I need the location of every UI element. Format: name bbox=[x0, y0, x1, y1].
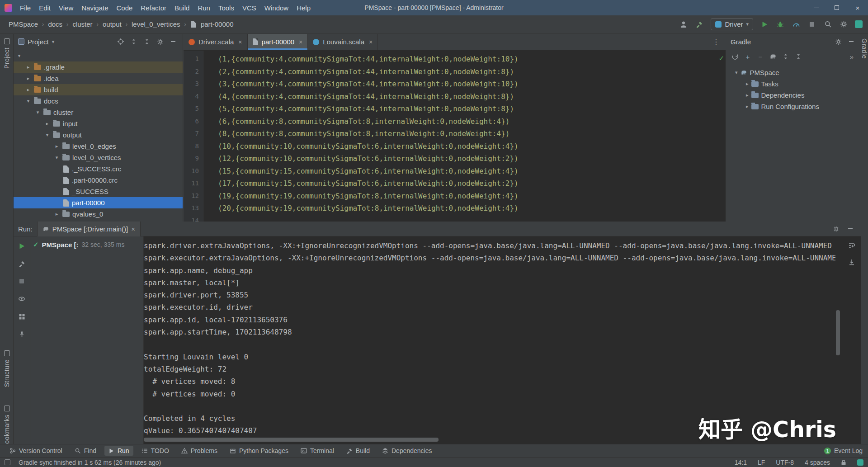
debug-button[interactable] bbox=[776, 20, 785, 29]
scroll-to-end-icon[interactable] bbox=[847, 257, 857, 267]
close-button[interactable]: × bbox=[847, 0, 868, 15]
panel-settings-icon[interactable] bbox=[833, 37, 843, 47]
stop-button[interactable] bbox=[807, 20, 816, 29]
status-message[interactable]: Gradle sync finished in 1 s 62 ms (26 mi… bbox=[19, 459, 161, 466]
breadcrumb-item[interactable]: PMSpace bbox=[7, 19, 39, 29]
collapse-all-icon[interactable] bbox=[142, 37, 152, 47]
detach-project-icon[interactable]: − bbox=[755, 51, 766, 62]
gradle-item-pmspace[interactable]: ▾ PMSpace bbox=[726, 67, 861, 78]
run-task-icon[interactable] bbox=[768, 51, 778, 62]
tab-part-00000[interactable]: part-00000 × bbox=[248, 34, 308, 50]
breadcrumb-item[interactable]: output bbox=[101, 19, 123, 29]
chevron-double-icon[interactable]: » bbox=[846, 51, 857, 62]
soft-wrap-icon[interactable] bbox=[847, 241, 857, 250]
menu-file[interactable]: File bbox=[16, 0, 35, 15]
toolwindow-tab-version-control[interactable]: Version Control bbox=[5, 446, 66, 456]
toolwindow-switcher-icon[interactable] bbox=[5, 459, 10, 465]
project-panel-title[interactable]: Project bbox=[28, 38, 49, 46]
console-vertical-scrollbar[interactable] bbox=[836, 310, 840, 355]
locate-file-icon[interactable] bbox=[116, 37, 126, 47]
tree-item-success[interactable]: _SUCCESS bbox=[14, 186, 183, 197]
build-hammer-icon[interactable] bbox=[695, 20, 704, 29]
chevron-right-icon[interactable]: ▸ bbox=[25, 64, 31, 70]
menu-refactor[interactable]: Refactor bbox=[137, 0, 170, 15]
menu-run[interactable]: Run bbox=[193, 0, 214, 15]
tree-item-root[interactable]: ▾ bbox=[14, 50, 183, 61]
chevron-down-icon[interactable]: ▾ bbox=[35, 109, 41, 115]
chevron-right-icon[interactable]: ▸ bbox=[746, 81, 749, 87]
attach-project-icon[interactable]: + bbox=[742, 51, 753, 62]
tree-item-success-crc[interactable]: ._SUCCESS.crc bbox=[14, 163, 183, 175]
toolwindow-tab-gradle[interactable]: Gradle bbox=[858, 38, 868, 59]
expand-all-icon[interactable] bbox=[780, 51, 791, 62]
layout-grid-icon[interactable] bbox=[17, 311, 27, 321]
menu-edit[interactable]: Edit bbox=[35, 0, 55, 15]
menu-window[interactable]: Window bbox=[260, 0, 292, 15]
tree-item-level-0-vertices[interactable]: ▾ level_0_vertices bbox=[14, 152, 183, 163]
toolwindow-tab-problems[interactable]: Problems bbox=[177, 446, 222, 456]
chevron-right-icon[interactable]: ▸ bbox=[746, 92, 749, 98]
toolwindow-tab-build[interactable]: Build bbox=[342, 446, 374, 456]
hide-panel-icon[interactable] bbox=[845, 224, 855, 234]
toolwindow-tab-event-log[interactable]: 1 Event Log bbox=[824, 447, 863, 454]
menu-vcs[interactable]: VCS bbox=[238, 0, 260, 15]
file-encoding[interactable]: UTF-8 bbox=[776, 459, 794, 466]
breadcrumb-item[interactable]: level_0_vertices bbox=[130, 19, 182, 29]
chevron-down-icon[interactable]: ▾ bbox=[44, 132, 50, 138]
more-tabs-icon[interactable]: ⋮ bbox=[707, 34, 726, 50]
toolwindow-tab-project[interactable]: Project bbox=[0, 38, 14, 69]
menu-view[interactable]: View bbox=[55, 0, 77, 15]
breadcrumb-item[interactable]: docs bbox=[47, 19, 64, 29]
tree-item-build-dir[interactable]: ▸ build bbox=[14, 84, 183, 95]
chevron-down-icon[interactable]: ▾ bbox=[52, 39, 55, 45]
status-indicator-icon[interactable] bbox=[857, 459, 863, 466]
tree-item-docs[interactable]: ▾ docs bbox=[14, 95, 183, 107]
run-tab[interactable]: PMSpace [:Driver.main()] × bbox=[37, 222, 141, 236]
stop-button[interactable] bbox=[17, 276, 27, 286]
indent-setting[interactable]: 4 spaces bbox=[805, 459, 830, 466]
close-tab-icon[interactable]: × bbox=[369, 38, 373, 46]
toolwindow-tab-todo[interactable]: TODO bbox=[137, 446, 173, 456]
gradle-item-run-configurations[interactable]: ▸ Run Configurations bbox=[726, 101, 861, 112]
chevron-right-icon[interactable]: ▸ bbox=[746, 104, 749, 109]
chevron-right-icon[interactable]: ▸ bbox=[54, 143, 60, 149]
minimize-button[interactable] bbox=[806, 0, 826, 15]
collapse-all-icon[interactable] bbox=[793, 51, 804, 62]
tree-item-idea-dir[interactable]: ▸ .idea bbox=[14, 73, 183, 84]
corner-widget-icon[interactable] bbox=[855, 20, 863, 28]
show-output-eye-icon[interactable] bbox=[17, 294, 27, 304]
hide-panel-icon[interactable] bbox=[168, 37, 178, 47]
run-button[interactable] bbox=[760, 20, 769, 29]
toolwindow-tab-bookmarks[interactable]: Bookmarks bbox=[0, 406, 14, 448]
hide-panel-icon[interactable] bbox=[846, 37, 856, 47]
tab-driver-scala[interactable]: Driver.scala × bbox=[184, 34, 248, 50]
chevron-down-icon[interactable]: ▾ bbox=[25, 98, 31, 104]
menu-navigate[interactable]: Navigate bbox=[77, 0, 112, 15]
maximize-button[interactable] bbox=[826, 0, 847, 15]
chevron-right-icon[interactable]: ▸ bbox=[25, 75, 31, 81]
close-tab-icon[interactable]: × bbox=[299, 38, 302, 46]
toolwindow-tab-structure[interactable]: Structure bbox=[0, 350, 14, 387]
tree-item-cluster[interactable]: ▾ cluster bbox=[14, 107, 183, 118]
tree-item-part-00000-crc[interactable]: .part-00000.crc bbox=[14, 175, 183, 186]
rerun-button[interactable] bbox=[17, 241, 27, 251]
avatar-icon[interactable] bbox=[679, 20, 688, 29]
console-horizontal-scrollbar[interactable] bbox=[144, 438, 439, 442]
panel-settings-icon[interactable] bbox=[155, 37, 165, 47]
tab-louvain-scala[interactable]: Louvain.scala × bbox=[308, 34, 378, 50]
tree-item-level-0-edges[interactable]: ▸ level_0_edges bbox=[14, 141, 183, 152]
editor-body[interactable]: 1234567891011121314 (1,{community:4,comm… bbox=[184, 51, 726, 222]
tree-item-gradle-dir[interactable]: ▸ .gradle bbox=[14, 61, 183, 73]
gradle-item-dependencies[interactable]: ▸ Dependencies bbox=[726, 90, 861, 101]
toolwindow-tab-terminal[interactable]: Terminal bbox=[297, 446, 338, 456]
breadcrumb-item-current[interactable]: part-00000 bbox=[199, 19, 235, 29]
chevron-down-icon[interactable]: ▾ bbox=[735, 70, 738, 75]
tree-item-part-00000[interactable]: part-00000 bbox=[14, 197, 183, 208]
menu-build[interactable]: Build bbox=[170, 0, 193, 15]
toolwindow-tab-run[interactable]: Run bbox=[104, 446, 133, 456]
toolwindow-tab-python-packages[interactable]: Python Packages bbox=[226, 446, 292, 456]
editor-code[interactable]: (1,{community:4,communitySigmaTot:44,int… bbox=[204, 51, 719, 222]
pin-tab-icon[interactable] bbox=[17, 329, 27, 339]
chevron-right-icon[interactable]: ▸ bbox=[54, 211, 60, 217]
tree-item-qvalues-0[interactable]: ▸ qvalues_0 bbox=[14, 208, 183, 220]
